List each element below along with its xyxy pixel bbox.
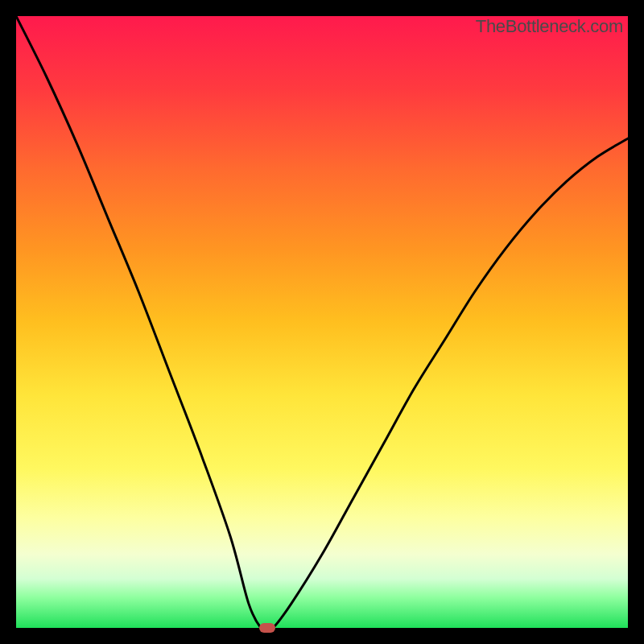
bottleneck-curve xyxy=(16,16,628,628)
chart-frame: TheBottleneck.com xyxy=(16,16,628,628)
watermark-text: TheBottleneck.com xyxy=(476,16,623,37)
optimal-point-marker xyxy=(259,623,275,633)
